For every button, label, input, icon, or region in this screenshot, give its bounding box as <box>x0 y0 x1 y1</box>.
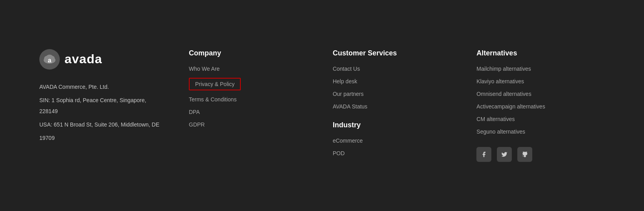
cm-alt-link[interactable]: CM alternatives <box>476 116 515 122</box>
privacy-policy-link[interactable]: Privacy & Policy <box>189 78 241 90</box>
industry-links: eCommerce POD <box>333 137 461 157</box>
list-item: Activecampaign alternatives <box>476 103 605 110</box>
list-item: Our partners <box>333 90 461 97</box>
activecampaign-alt-link[interactable]: Activecampaign alternatives <box>476 103 545 110</box>
alternatives-links: Mailchimp alternatives Klaviyo alternati… <box>476 65 605 135</box>
logo: a avada <box>39 49 165 70</box>
address-sin: SIN: 1 Sophia rd, Peace Centre, Singapor… <box>39 95 165 117</box>
list-item: eCommerce <box>333 137 461 144</box>
list-item: Who We Are <box>189 65 317 72</box>
company-links: Who We Are Privacy & Policy Terms & Cond… <box>189 65 317 128</box>
svg-text:a: a <box>48 57 52 64</box>
brand-column: a avada AVADA Commerce, Pte. Ltd. SIN: 1… <box>39 49 165 146</box>
avada-logo-icon: a <box>39 49 60 70</box>
klaviyo-alt-link[interactable]: Klaviyo alternatives <box>476 78 524 84</box>
github-icon[interactable] <box>517 147 532 162</box>
gdpr-link[interactable]: GDPR <box>189 121 205 128</box>
customer-services-column: Customer Services Contact Us Help desk O… <box>333 49 461 162</box>
list-item: POD <box>333 150 461 157</box>
list-item: DPA <box>189 108 317 116</box>
industry-title: Industry <box>333 121 461 129</box>
contact-us-link[interactable]: Contact Us <box>333 66 360 72</box>
nav-columns: Company Who We Are Privacy & Policy Term… <box>189 49 605 162</box>
list-item: Help desk <box>333 78 461 85</box>
footer: a avada AVADA Commerce, Pte. Ltd. SIN: 1… <box>0 26 644 186</box>
alternatives-column: Alternatives Mailchimp alternatives Klav… <box>476 49 605 162</box>
list-item: Privacy & Policy <box>189 78 317 90</box>
help-desk-link[interactable]: Help desk <box>333 78 357 84</box>
list-item: Mailchimp alternatives <box>476 65 605 72</box>
customer-services-title: Customer Services <box>333 49 461 57</box>
customer-services-links: Contact Us Help desk Our partners AVADA … <box>333 65 461 110</box>
ecommerce-link[interactable]: eCommerce <box>333 138 363 144</box>
who-we-are-link[interactable]: Who We Are <box>189 66 220 72</box>
list-item: Omnisend alternatives <box>476 90 605 97</box>
omnisend-alt-link[interactable]: Omnisend alternatives <box>476 91 531 97</box>
address-usa-line2: 19709 <box>39 132 165 143</box>
seguno-alt-link[interactable]: Seguno alternatives <box>476 128 525 135</box>
social-icons <box>476 147 605 162</box>
dpa-link[interactable]: DPA <box>189 109 200 115</box>
list-item: Contact Us <box>333 65 461 72</box>
pod-link[interactable]: POD <box>333 150 345 156</box>
company-title: Company <box>189 49 317 57</box>
alternatives-title: Alternatives <box>476 49 605 57</box>
twitter-icon[interactable] <box>497 147 512 162</box>
mailchimp-alt-link[interactable]: Mailchimp alternatives <box>476 66 531 72</box>
list-item: CM alternatives <box>476 116 605 123</box>
company-column: Company Who We Are Privacy & Policy Term… <box>189 49 317 162</box>
list-item: GDPR <box>189 121 317 128</box>
brand-address: AVADA Commerce, Pte. Ltd. SIN: 1 Sophia … <box>39 81 165 143</box>
our-partners-link[interactable]: Our partners <box>333 91 364 97</box>
avada-status-link[interactable]: AVADA Status <box>333 103 367 110</box>
address-usa-line1: USA: 651 N Broad St, Suite 206, Middleto… <box>39 119 165 130</box>
brand-name: avada <box>65 52 102 66</box>
facebook-icon[interactable] <box>476 147 491 162</box>
list-item: AVADA Status <box>333 103 461 110</box>
list-item: Klaviyo alternatives <box>476 78 605 85</box>
company-name: AVADA Commerce, Pte. Ltd. <box>39 81 165 92</box>
list-item: Terms & Conditions <box>189 96 317 103</box>
terms-conditions-link[interactable]: Terms & Conditions <box>189 96 236 103</box>
list-item: Seguno alternatives <box>476 128 605 135</box>
